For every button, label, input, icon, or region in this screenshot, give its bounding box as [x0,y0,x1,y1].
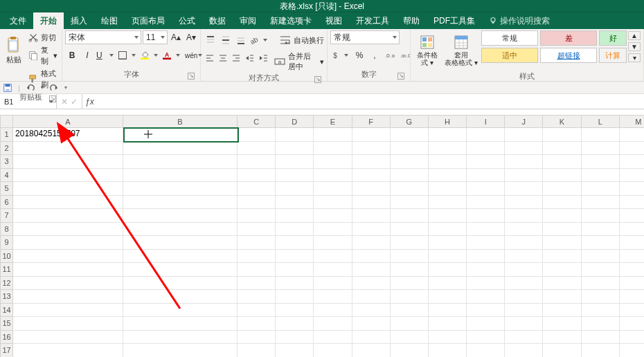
cell-L6[interactable] [581,195,619,209]
cell-J3[interactable] [505,155,543,169]
cell-I5[interactable] [467,182,505,196]
cell-E6[interactable] [314,195,352,209]
cell-C6[interactable] [238,195,276,209]
cancel-icon[interactable]: ✕ [61,97,68,107]
italic-button[interactable]: I [80,48,94,62]
cell-I2[interactable] [467,141,505,155]
cell-M7[interactable] [619,209,644,223]
cell-E14[interactable] [314,303,352,317]
cell-B16[interactable] [123,330,238,344]
worksheet[interactable]: ABCDEFGHIJKLM120180425154707234567891011… [0,115,644,357]
cell-H7[interactable] [428,209,466,223]
border-button[interactable] [118,48,138,62]
cell-I1[interactable] [467,128,505,142]
format-painter-button[interactable]: 格式刷 [28,68,57,90]
cell-M11[interactable] [619,263,644,277]
increase-decimal-button[interactable]: .0.00 [383,48,397,62]
cell-C1[interactable] [238,128,276,142]
cell-L11[interactable] [581,263,619,277]
cell-K2[interactable] [543,141,581,155]
row-header-12[interactable]: 12 [1,276,13,290]
cell-styles-gallery[interactable]: 常规 差 好 适中 超链接 计算 [481,30,627,63]
copy-button[interactable]: 复制 ▾ [28,44,57,66]
cell-K15[interactable] [543,317,581,331]
column-header-E[interactable]: E [314,116,352,128]
cell-I15[interactable] [467,317,505,331]
cell-L16[interactable] [581,330,619,344]
cell-H16[interactable] [428,330,466,344]
tab-newtab[interactable]: 新建选项卡 [263,12,319,29]
cell-H9[interactable] [428,236,466,250]
cell-F6[interactable] [352,195,390,209]
underline-button[interactable]: U [96,48,116,62]
cell-D10[interactable] [276,249,314,263]
cell-J12[interactable] [505,276,543,290]
cell-G15[interactable] [390,317,428,331]
row-header-16[interactable]: 16 [1,330,13,344]
cell-I16[interactable] [467,330,505,344]
cell-H10[interactable] [428,249,466,263]
cell-D5[interactable] [276,182,314,196]
cell-F7[interactable] [352,209,390,223]
cell-J9[interactable] [505,236,543,250]
alignment-launcher[interactable]: ↘ [314,76,321,83]
row-header-14[interactable]: 14 [1,303,13,317]
cell-J1[interactable] [505,128,543,142]
row-header-2[interactable]: 2 [1,141,13,155]
cell-C7[interactable] [238,209,276,223]
cell-C13[interactable] [238,290,276,304]
cell-K6[interactable] [543,195,581,209]
cell-A11[interactable] [13,263,123,277]
cell-E17[interactable] [314,344,352,358]
cell-D12[interactable] [276,276,314,290]
cell-L12[interactable] [581,276,619,290]
cell-H17[interactable] [428,344,466,358]
cell-D4[interactable] [276,168,314,182]
row-header-1[interactable]: 1 [1,128,13,142]
cell-G16[interactable] [390,330,428,344]
cell-B13[interactable] [123,290,238,304]
cell-M6[interactable] [619,195,644,209]
cell-F5[interactable] [352,182,390,196]
cut-button[interactable]: 剪切 [28,32,57,43]
align-middle-button[interactable] [219,33,233,47]
comma-button[interactable]: , [368,48,382,62]
cell-A17[interactable] [13,344,123,358]
tab-view[interactable]: 视图 [319,12,349,29]
cell-A2[interactable] [13,141,123,155]
cell-B3[interactable] [123,155,238,169]
align-bottom-button[interactable] [234,33,248,47]
cell-A9[interactable] [13,236,123,250]
cell-C16[interactable] [238,330,276,344]
style-neutral[interactable]: 适中 [481,48,538,63]
cell-M10[interactable] [619,249,644,263]
row-header-11[interactable]: 11 [1,263,13,277]
cell-D16[interactable] [276,330,314,344]
cell-H5[interactable] [428,182,466,196]
number-launcher[interactable]: ↘ [397,73,404,80]
cell-F4[interactable] [352,168,390,182]
row-header-9[interactable]: 9 [1,236,13,250]
cell-F14[interactable] [352,303,390,317]
cell-C3[interactable] [238,155,276,169]
cell-F10[interactable] [352,249,390,263]
cell-A5[interactable] [13,182,123,196]
row-header-5[interactable]: 5 [1,182,13,196]
cell-I9[interactable] [467,236,505,250]
column-header-A[interactable]: A [13,116,123,128]
cell-J16[interactable] [505,330,543,344]
cell-H12[interactable] [428,276,466,290]
decrease-font-button[interactable]: A▾ [184,30,198,44]
tab-draw[interactable]: 绘图 [94,12,125,29]
cell-H15[interactable] [428,317,466,331]
formula-input[interactable] [97,94,644,109]
cell-I17[interactable] [467,344,505,358]
cell-G5[interactable] [390,182,428,196]
cell-F13[interactable] [352,290,390,304]
cell-A16[interactable] [13,330,123,344]
percent-button[interactable]: % [352,48,366,62]
cell-E1[interactable] [314,128,352,142]
cell-J15[interactable] [505,317,543,331]
cell-J17[interactable] [505,344,543,358]
cell-L10[interactable] [581,249,619,263]
